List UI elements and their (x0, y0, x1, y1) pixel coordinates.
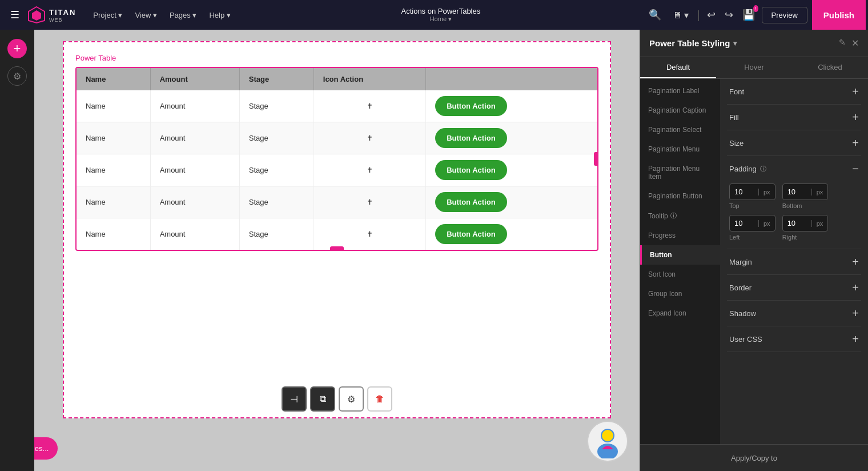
panel-bottom: Apply/Copy to (640, 444, 868, 471)
apply-copy-button[interactable]: Apply/Copy to (731, 454, 777, 462)
left-sidebar: + ⚙ (0, 30, 34, 471)
tab-hover[interactable]: Hover (716, 57, 792, 78)
panel-left-nav: Pagination Label Pagination Caption Pagi… (640, 79, 720, 444)
section-user-css: User CSS + (727, 326, 861, 352)
section-shadow-header[interactable]: Shadow + (727, 301, 861, 326)
nav-item-button[interactable]: Button (640, 245, 720, 265)
nav-view[interactable]: View ▾ (129, 7, 163, 23)
hamburger-icon[interactable]: ☰ (7, 5, 23, 25)
action-button-5[interactable]: Button Action (435, 224, 507, 244)
right-panel: Power Table Styling ▾ ✎ ✕ Default Hover … (640, 30, 868, 471)
section-border-plus[interactable]: + (852, 282, 859, 293)
padding-right-unit: px (811, 220, 828, 227)
padding-top-label: Top (729, 202, 775, 209)
nav-right: 🔍 🖥 ▾ | ↩ ↪ 💾! Preview Publish (645, 0, 868, 30)
nav-help[interactable]: Help ▾ (203, 7, 236, 23)
padding-left-field: px (729, 215, 775, 231)
logo-web: WEB (49, 17, 76, 23)
section-fill-plus[interactable]: + (852, 111, 859, 123)
bottom-resize-handle[interactable] (330, 246, 344, 251)
section-fill-header[interactable]: Fill + (727, 105, 861, 130)
nav-item-sort-icon[interactable]: Sort Icon (640, 265, 720, 284)
tab-default[interactable]: Default (640, 57, 716, 78)
table-body: Name Amount Stage ✝ Button Action Name A… (77, 90, 597, 250)
nav-project[interactable]: Project ▾ (87, 7, 128, 23)
action-button-2[interactable]: Button Action (435, 128, 507, 148)
tab-clicked[interactable]: Clicked (792, 57, 868, 78)
action-button-3[interactable]: Button Action (435, 160, 507, 180)
section-font-label: Font (729, 87, 744, 96)
padding-bottom-input[interactable] (783, 184, 811, 199)
nav-item-tooltip[interactable]: Tooltip ⓘ (640, 206, 720, 226)
panel-tabs: Default Hover Clicked (640, 57, 868, 79)
panel-title-arrow[interactable]: ▾ (733, 39, 737, 47)
nav-item-pagination-button[interactable]: Pagination Button (640, 186, 720, 206)
chat-avatar[interactable] (587, 421, 628, 462)
section-border-label: Border (729, 284, 752, 292)
panel-close-icon[interactable]: ✕ (851, 38, 859, 49)
nav-center-sub[interactable]: Home ▾ (430, 15, 452, 23)
action-button-4[interactable]: Button Action (435, 192, 507, 212)
table-row: Name Amount Stage ✝ Button Action (77, 90, 597, 122)
toolbar-collapse-button[interactable]: ⊣ (282, 386, 307, 412)
panel-body: Pagination Label Pagination Caption Pagi… (640, 79, 868, 444)
right-resize-handle[interactable] (594, 152, 598, 166)
section-margin-plus[interactable]: + (852, 256, 859, 268)
section-shadow-label: Shadow (729, 309, 756, 318)
section-border: Border + (727, 275, 861, 301)
nav-item-pagination-select[interactable]: Pagination Select (640, 120, 720, 139)
redo-icon[interactable]: ↪ (722, 6, 736, 23)
section-user-css-header[interactable]: User CSS + (727, 326, 861, 352)
nav-item-expand-icon[interactable]: Expand Icon (640, 304, 720, 323)
section-size-plus[interactable]: + (852, 137, 859, 149)
section-padding-minus[interactable]: − (852, 163, 859, 174)
section-padding-header[interactable]: Padding ⓘ − (727, 156, 861, 181)
toolbar-delete-button[interactable]: 🗑 (367, 386, 392, 412)
toolbar-external-button[interactable]: ⧉ (310, 386, 335, 412)
padding-bottom-unit: px (811, 189, 828, 195)
logo-icon (27, 6, 46, 24)
settings-button[interactable]: ⚙ (7, 66, 27, 86)
action-button-1[interactable]: Button Action (435, 96, 507, 116)
toolbar-settings-button[interactable]: ⚙ (339, 386, 364, 412)
save-icon[interactable]: 💾! (740, 6, 757, 23)
nav-item-pagination-caption[interactable]: Pagination Caption (640, 101, 720, 120)
section-size-header[interactable]: Size + (727, 130, 861, 155)
section-user-css-plus[interactable]: + (852, 333, 859, 345)
nav-item-progress[interactable]: Progress (640, 226, 720, 245)
section-margin-header[interactable]: Margin + (727, 249, 861, 274)
padding-top-input[interactable] (730, 184, 758, 199)
undo-icon[interactable]: ↩ (705, 6, 718, 23)
preview-button[interactable]: Preview (762, 7, 807, 23)
logo-titan: TITAN (49, 8, 76, 17)
logo: TITAN WEB (27, 6, 76, 24)
device-preview-icon[interactable]: 🖥 ▾ (669, 6, 692, 24)
nav-pages[interactable]: Pages ▾ (164, 7, 202, 23)
nav-item-pagination-menu[interactable]: Pagination Menu (640, 139, 720, 159)
nav-item-pagination-menu-item[interactable]: Pagination Menu Item (640, 159, 720, 186)
section-size: Size + (727, 130, 861, 156)
nav-item-pagination-label[interactable]: Pagination Label (640, 81, 720, 101)
padding-right-label: Right (782, 234, 829, 241)
section-shadow-plus[interactable]: + (852, 308, 859, 319)
nav-menu: Project ▾ View ▾ Pages ▾ Help ▾ (87, 7, 236, 23)
nav-item-group-icon[interactable]: Group Icon (640, 284, 720, 304)
section-font-plus[interactable]: + (852, 86, 859, 97)
search-icon[interactable]: 🔍 (645, 5, 665, 25)
section-margin-label: Margin (729, 258, 752, 266)
power-table: Name Amount Stage Icon Action Name Amoun… (77, 68, 597, 250)
section-fill: Fill + (727, 105, 861, 130)
padding-bottom-col: px Bottom (782, 183, 829, 209)
padding-left-col: px Left (729, 215, 775, 241)
table-row: Name Amount Stage ✝ Button Action (77, 218, 597, 250)
add-element-button[interactable]: + (7, 39, 27, 58)
panel-pin-icon[interactable]: ✎ (839, 38, 846, 49)
section-border-header[interactable]: Border + (727, 275, 861, 300)
publish-button[interactable]: Publish (812, 0, 866, 30)
divider-icon: | (697, 9, 700, 22)
padding-right-field: px (782, 215, 829, 231)
padding-left-input[interactable] (730, 215, 758, 231)
section-font-header[interactable]: Font + (727, 79, 861, 104)
padding-right-input[interactable] (783, 215, 811, 231)
col-icon-action: Icon Action (314, 68, 425, 90)
